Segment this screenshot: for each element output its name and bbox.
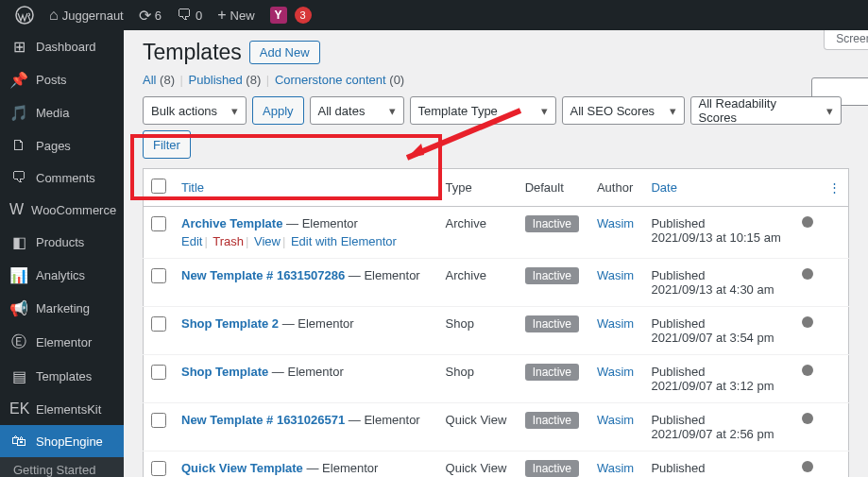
seo-score-icon xyxy=(802,216,813,228)
row-checkbox[interactable] xyxy=(151,268,166,283)
sidebar-item-analytics[interactable]: 📊Analytics xyxy=(0,259,124,292)
sidebar-item-label: Media xyxy=(36,106,69,120)
template-title-link[interactable]: Archive Template xyxy=(181,216,282,230)
builder-label: — Elementor xyxy=(272,365,344,379)
trash-link[interactable]: Trash xyxy=(213,234,244,248)
comments-count: 0 xyxy=(196,9,202,23)
col-title[interactable]: Title xyxy=(174,169,438,207)
sidebar-item-elementor[interactable]: ⒺElementor xyxy=(0,325,124,360)
builder-label: — Elementor xyxy=(349,413,420,427)
sidebar-item-label: Marketing xyxy=(36,301,90,315)
screen-options-button[interactable]: Screen Opt xyxy=(824,30,868,50)
view-all-link[interactable]: All xyxy=(143,73,156,87)
sidebar-item-pages[interactable]: 🗋Pages xyxy=(0,129,124,162)
col-settings-icon[interactable]: ⋮ xyxy=(821,169,849,207)
row-checkbox[interactable] xyxy=(151,461,166,476)
sidebar-item-woocommerce[interactable]: WWooCommerce xyxy=(0,194,124,226)
builder-label: — Elementor xyxy=(286,216,358,230)
analytics-icon: 📊 xyxy=(9,266,28,284)
updates-link[interactable]: ⟳ 6 xyxy=(131,0,169,30)
template-title-link[interactable]: Quick View Template xyxy=(181,461,303,475)
yoast-link[interactable]: Y 3 xyxy=(263,0,319,30)
seo-score-icon xyxy=(802,461,813,472)
select-all-checkbox[interactable] xyxy=(151,179,166,194)
sidebar-item-products[interactable]: ◧Products xyxy=(0,226,124,259)
type-cell: Archive xyxy=(438,207,518,259)
filter-button[interactable]: Filter xyxy=(143,130,191,159)
view-link[interactable]: View xyxy=(254,234,281,248)
sidebar-item-comments[interactable]: 🗨Comments xyxy=(0,162,124,194)
builder-label: — Elementor xyxy=(306,461,378,475)
row-checkbox[interactable] xyxy=(151,413,166,428)
sidebar-item-marketing[interactable]: 📢Marketing xyxy=(0,292,124,325)
apply-button[interactable]: Apply xyxy=(252,96,304,125)
table-row: Shop Template 2 — Elementor Shop Inactiv… xyxy=(144,307,849,355)
view-all-count: (8) xyxy=(160,73,175,87)
date-cell: Published2021/09/13 at 4:30 am xyxy=(643,259,794,307)
marketing-icon: 📢 xyxy=(9,299,28,317)
woo-icon: W xyxy=(9,201,24,218)
wp-logo-icon[interactable] xyxy=(8,0,42,30)
template-title-link[interactable]: Shop Template 2 xyxy=(181,316,279,331)
row-actions: Edit| Trash| View| Edit with Elementor xyxy=(181,234,431,248)
sidebar-item-label: WooCommerce xyxy=(31,203,116,217)
add-new-button[interactable]: Add New xyxy=(249,41,320,64)
col-type: Type xyxy=(438,169,518,207)
sidebar-item-media[interactable]: 🎵Media xyxy=(0,96,124,129)
builder-label: — Elementor xyxy=(282,316,354,331)
sidebar-item-label: Comments xyxy=(36,171,95,185)
sidebar-item-posts[interactable]: 📌Posts xyxy=(0,63,124,96)
seo-score-icon xyxy=(802,268,813,280)
template-type-select[interactable]: Template Type xyxy=(410,96,556,125)
sidebar-item-label: Posts xyxy=(36,73,67,87)
sidebar-item-dashboard[interactable]: ⊞Dashboard xyxy=(0,30,124,63)
status-badge: Inactive xyxy=(525,315,579,332)
seo-scores-select[interactable]: All SEO Scores xyxy=(562,96,685,125)
template-title-link[interactable]: New Template # 1631026571 xyxy=(181,413,345,427)
row-checkbox[interactable] xyxy=(151,216,166,231)
table-row: Shop Template — Elementor Shop Inactive … xyxy=(144,355,849,403)
edit-link[interactable]: Edit xyxy=(181,234,202,248)
site-name-link[interactable]: ⌂ Juggernaut xyxy=(42,0,131,30)
pin-icon: 📌 xyxy=(9,71,28,89)
author-link[interactable]: Wasim xyxy=(597,216,634,230)
shopengine-submenu: Getting StartedWidgetsModulesLicenseTemp… xyxy=(0,457,124,477)
edit-with-elementor-link[interactable]: Edit with Elementor xyxy=(291,234,397,248)
builder-label: — Elementor xyxy=(349,268,420,282)
readability-select[interactable]: All Readability Scores xyxy=(690,96,842,125)
col-author: Author xyxy=(589,169,643,207)
template-title-link[interactable]: New Template # 1631507286 xyxy=(181,268,345,282)
new-content-link[interactable]: + New xyxy=(210,0,262,30)
author-link[interactable]: Wasim xyxy=(597,316,634,331)
type-cell: Quick View xyxy=(438,403,518,451)
submenu-item-getting-started[interactable]: Getting Started xyxy=(0,457,124,477)
author-link[interactable]: Wasim xyxy=(597,413,634,427)
author-link[interactable]: Wasim xyxy=(597,461,634,475)
author-link[interactable]: Wasim xyxy=(597,268,634,282)
status-badge: Inactive xyxy=(525,364,579,381)
author-link[interactable]: Wasim xyxy=(597,365,634,379)
plus-icon: + xyxy=(217,7,226,24)
sidebar-item-label: ShopEngine xyxy=(36,434,103,449)
view-published-count: (8) xyxy=(246,73,261,87)
row-checkbox[interactable] xyxy=(151,316,166,332)
sidebar-item-templates[interactable]: ▤Templates xyxy=(0,360,124,393)
home-icon: ⌂ xyxy=(49,7,59,24)
status-badge: Inactive xyxy=(525,460,579,477)
table-row: Quick View Template — Elementor Quick Vi… xyxy=(144,451,849,478)
sidebar-item-shopengine[interactable]: 🛍ShopEngine xyxy=(0,425,124,457)
templates-icon: ▤ xyxy=(9,367,28,385)
elementor-icon: Ⓔ xyxy=(9,332,28,352)
view-published-link[interactable]: Published xyxy=(189,73,243,87)
col-date[interactable]: Date xyxy=(643,169,794,207)
row-checkbox[interactable] xyxy=(151,365,166,380)
template-title-link[interactable]: Shop Template xyxy=(181,365,268,379)
bulk-actions-select[interactable]: Bulk actions xyxy=(143,96,247,125)
view-cornerstone-link[interactable]: Cornerstone content xyxy=(275,73,386,87)
sidebar-item-label: Products xyxy=(36,235,84,249)
dates-select[interactable]: All dates xyxy=(310,96,404,125)
comments-link[interactable]: 🗨 0 xyxy=(169,0,210,30)
page-title: Templates xyxy=(143,40,242,65)
sidebar-item-elementskit[interactable]: EKElementsKit xyxy=(0,393,124,425)
status-badge: Inactive xyxy=(525,267,579,284)
